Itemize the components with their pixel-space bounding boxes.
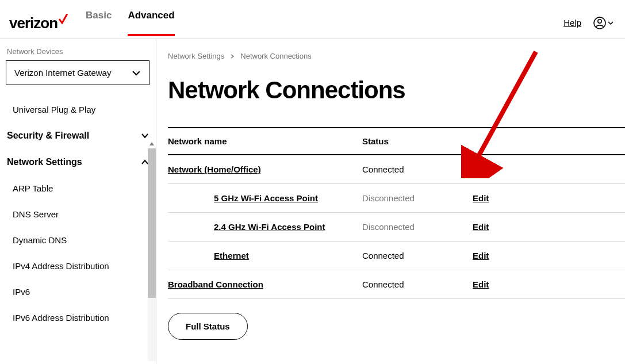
edit-link[interactable]: Edit [473,251,489,260]
nav-item-arp[interactable]: ARP Table [6,175,150,201]
tabs: Basic Advanced [86,10,175,36]
content-area: Network Settings Network Connections Net… [156,39,625,364]
device-selected-text: Verizon Internet Gateway [14,68,111,78]
connection-name-link[interactable]: Broadband Connection [168,279,263,289]
connection-status: Connected [362,242,473,270]
scrollbar-track[interactable] [148,148,156,361]
table-row: 5 GHz Wi-Fi Access Point Disconnected Ed… [168,184,625,213]
breadcrumb-current: Network Connections [240,52,312,60]
col-header-status: Status [362,128,473,155]
nav-item-upnp[interactable]: Universal Plug & Play [6,97,150,122]
chevron-down-icon [132,68,141,78]
nav-item-ipv6dist[interactable]: IPv6 Address Distribution [6,305,150,331]
edit-link[interactable]: Edit [473,193,489,203]
header-right-group: Help [563,16,614,30]
full-status-button[interactable]: Full Status [168,313,248,340]
connection-name-link[interactable]: Network (Home/Office) [168,164,261,174]
connection-status: Disconnected [362,213,473,242]
col-header-action [473,128,625,155]
chevron-down-icon [141,132,149,140]
chevron-down-icon [608,20,614,26]
scroll-arrow-up[interactable] [148,139,156,148]
connection-status: Connected [362,270,473,299]
connection-status: Connected [362,155,473,184]
header-bar: verizon Basic Advanced Help [0,0,625,39]
header-left-group: verizon Basic Advanced [9,10,175,36]
svg-marker-2 [149,142,154,145]
page-title: Network Connections [168,76,625,104]
connection-status: Disconnected [362,184,473,213]
nav-item-ipv6[interactable]: IPv6 [6,279,150,305]
help-link[interactable]: Help [563,18,581,28]
col-header-name: Network name [168,128,362,155]
breadcrumb-root[interactable]: Network Settings [168,52,224,60]
connections-table: Network name Status Network (Home/Office… [168,127,625,299]
nav-item-dns[interactable]: DNS Server [6,201,150,227]
edit-link[interactable]: Edit [473,279,489,289]
nav-label: Network Settings [7,157,82,167]
table-row: Network (Home/Office) Connected Edit [168,155,625,184]
connection-name-link[interactable]: 5 GHz Wi-Fi Access Point [214,193,318,203]
device-selector[interactable]: Verizon Internet Gateway [6,60,149,85]
connection-name-link[interactable]: 2.4 GHz Wi-Fi Access Point [214,222,325,232]
breadcrumb: Network Settings Network Connections [168,52,625,60]
edit-link[interactable]: Edit [473,164,489,174]
tab-advanced[interactable]: Advanced [128,10,174,36]
scrollbar-thumb[interactable] [148,148,156,298]
svg-point-1 [598,19,601,22]
tab-basic[interactable]: Basic [86,10,112,36]
layout: Network Devices Verizon Internet Gateway… [0,39,625,364]
sidebar: Network Devices Verizon Internet Gateway… [0,39,156,364]
connection-name-link[interactable]: Ethernet [214,251,249,260]
nav-label: Security & Firewall [7,131,89,141]
table-row: 2.4 GHz Wi-Fi Access Point Disconnected … [168,213,625,242]
nav-category-security[interactable]: Security & Firewall [6,122,150,149]
devices-label: Network Devices [6,47,150,56]
nav-category-network-settings[interactable]: Network Settings [6,149,150,175]
table-body: Network (Home/Office) Connected Edit 5 G… [168,155,625,299]
table-row: Broadband Connection Connected Edit [168,270,625,299]
chevron-right-icon [230,54,235,59]
user-icon [593,16,607,30]
nav-item-ipv4[interactable]: IPv4 Address Distribution [6,253,150,279]
nav-item-ddns[interactable]: Dynamic DNS [6,227,150,253]
brand-text: verizon [9,14,57,32]
verizon-logo: verizon [9,14,68,32]
account-menu[interactable] [593,16,614,30]
table-row: Ethernet Connected Edit [168,242,625,270]
verizon-check-icon [58,14,68,24]
edit-link[interactable]: Edit [473,222,489,232]
